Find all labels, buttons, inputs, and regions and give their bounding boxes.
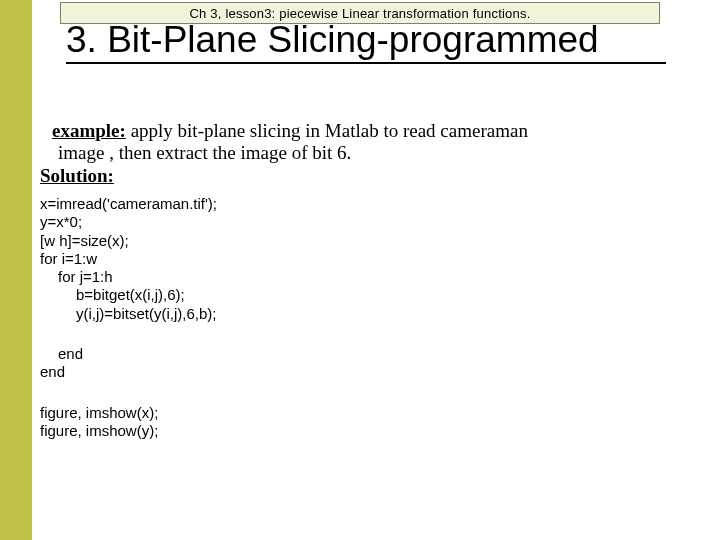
code-end-block: end end (40, 345, 700, 382)
example-text: apply bit-plane slicing in Matlab to rea… (126, 120, 528, 141)
slide-title: 3. Bit-Plane Slicing-programmed (66, 20, 666, 64)
code-block: x=imread('cameraman.tif'); y=x*0; [w h]=… (40, 195, 700, 440)
solution-label: Solution: (40, 165, 114, 186)
body-text: example: apply bit-plane slicing in Matl… (40, 120, 700, 187)
example-continuation: image , then extract the image of bit 6. (58, 142, 700, 164)
code-line: x=imread('cameraman.tif'); (40, 195, 700, 213)
left-accent-bar (0, 0, 32, 540)
solution-line: Solution: (40, 165, 700, 187)
code-line: end (40, 363, 700, 381)
example-line: example: apply bit-plane slicing in Matl… (52, 120, 700, 142)
code-line: [w h]=size(x); (40, 232, 700, 250)
code-line: figure, imshow(y); (40, 422, 700, 440)
example-label: example: (52, 120, 126, 141)
code-line: figure, imshow(x); (40, 404, 700, 422)
code-line: y=x*0; (40, 213, 700, 231)
code-line: y(i,j)=bitset(y(i,j),6,b); (76, 305, 700, 323)
code-line: for i=1:w (40, 250, 700, 268)
code-figure-block: figure, imshow(x); figure, imshow(y); (40, 404, 700, 441)
code-line: end (58, 345, 700, 363)
code-line: for j=1:h (58, 268, 700, 286)
code-line: b=bitget(x(i,j),6); (76, 286, 700, 304)
slide: Ch 3, lesson3: piecewise Linear transfor… (0, 0, 720, 540)
